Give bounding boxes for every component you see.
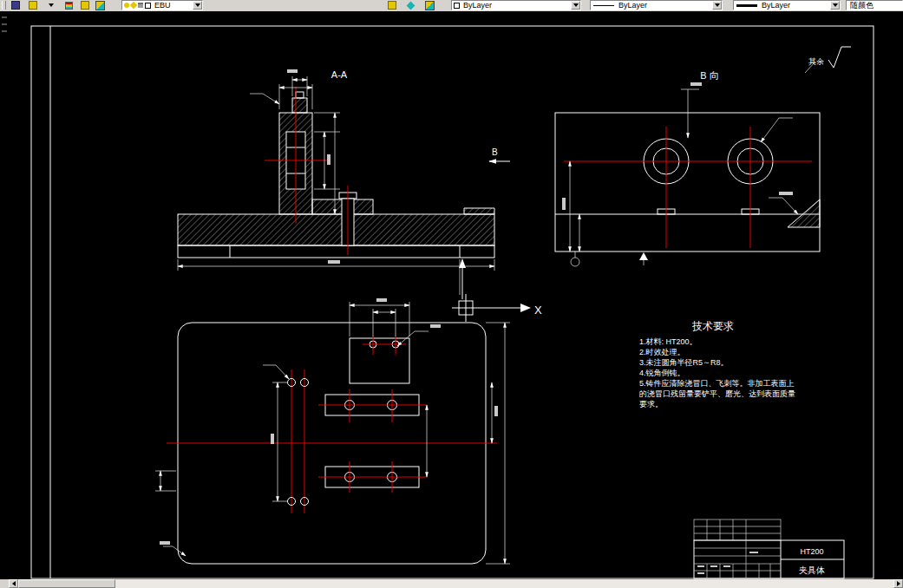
plot-style-combo-value: 随颜色 [850,1,874,10]
render-button[interactable] [423,0,436,10]
section-view-label: A-A [331,69,348,80]
linetype-combo-value: ByLayer [618,1,647,10]
surface-note-label: 其余 [808,57,824,66]
layer-freeze-sun-icon [130,2,137,9]
3d-orbit-icon [407,1,416,10]
chevron-down-icon [49,3,54,7]
tool-icon [11,1,20,10]
view-b-label: B 向 [700,70,718,81]
layer-properties-button[interactable] [62,0,75,10]
layer-previous-icon [95,1,105,10]
plan-view [155,298,510,564]
ucs-x-label: X [534,304,542,317]
layer-current-icon [81,1,89,10]
lineweight-combo[interactable]: ByLayer [733,0,841,10]
layer-combo[interactable]: EBU [121,0,203,10]
layer-combo-arrow[interactable] [193,1,202,10]
layer-color-swatch [145,3,151,9]
ucs-icon: X [452,258,542,322]
named-views-button[interactable] [385,0,398,10]
layers-icon [65,2,73,10]
scroll-right-button[interactable] [893,579,903,588]
x-axis-arrow-icon [520,304,531,312]
title-block-part-name: 夹具体 [799,565,825,575]
tech-req-line: 5.铸件应清除浇冒口、飞刺等。非加工表面上 [639,379,795,388]
toolbar-icon-button[interactable] [26,0,39,10]
named-views-icon [388,1,396,10]
arrow-left-icon [12,581,16,586]
current-color-swatch [454,3,460,9]
title-block: HT200 夹具体 [694,519,844,578]
tech-req-title: 技术要求 [691,320,734,332]
make-layer-current-button[interactable] [78,0,91,10]
toolbar-grip[interactable] [2,1,6,10]
left-edge-marks [2,17,7,31]
layer-combo-value: EBU [154,1,171,10]
section-view-aa: A-A [178,69,494,295]
layer-lock-icon [138,3,143,8]
object-properties-toolbar: EBU ByLayer ByLayer ByLayer 随颜色 [0,0,903,11]
lineweight-combo-arrow[interactable] [830,1,840,10]
layer-on-bulb-icon [124,3,129,8]
tech-req-line: 要求。 [639,400,663,408]
horizontal-scrollbar[interactable] [9,579,903,588]
linetype-sample-icon [593,5,614,6]
tech-req-line: 2.时效处理。 [639,348,685,356]
roughness-symbol-icon [828,47,851,68]
b-arrow-label: B [492,147,498,157]
scrollbar-thumb[interactable] [18,579,115,588]
scroll-left-button[interactable] [9,579,18,588]
lineweight-combo-value: ByLayer [762,1,790,10]
view-b: B 向 [555,70,820,266]
tech-req-line: 1.材料: HT200。 [639,337,697,346]
tech-req-line: 的浇冒口残留量要铲平、磨光、达到表面质量 [639,389,795,398]
technical-requirements: 技术要求 1.材料: HT200。 2.时效处理。 3.未注圆角半径R5～R8。… [639,320,795,408]
linetype-combo[interactable]: ByLayer [590,0,723,10]
title-block-material: HT200 [800,547,823,556]
drawing-area[interactable]: A-A [0,11,903,579]
chevron-down-icon [573,3,579,7]
toolbar-icon-button[interactable] [9,0,22,10]
tool-icon [29,1,37,10]
color-combo-value: ByLayer [463,1,492,10]
arrow-right-icon [897,581,900,586]
layer-previous-button[interactable] [94,0,107,10]
color-combo-arrow[interactable] [571,1,580,10]
chevron-down-icon [833,3,838,7]
sheet-frame [31,26,874,578]
chevron-down-icon [715,3,720,7]
surface-finish-note: 其余 [805,47,851,73]
scrollbar-corner [0,579,9,588]
lineweight-sample-icon [736,4,757,7]
linetype-combo-arrow[interactable] [712,1,722,10]
tech-req-line: 3.未注圆角半径R5～R8。 [639,358,729,367]
3d-orbit-button[interactable] [404,0,417,10]
toolbar-overflow-button[interactable] [45,0,56,10]
plot-style-combo[interactable]: 随颜色 [846,0,903,10]
tech-req-line: 4.锐角倒钝。 [639,369,685,377]
b-direction-arrow: B [489,147,510,161]
chevron-down-icon [195,3,200,7]
color-combo[interactable]: ByLayer [451,0,581,10]
render-icon [425,1,435,10]
